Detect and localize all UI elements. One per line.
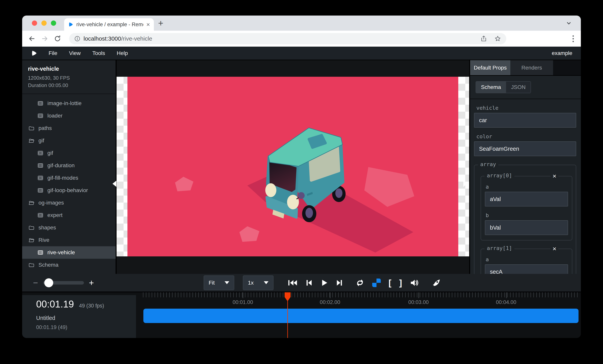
- site-info-icon[interactable]: [74, 35, 81, 42]
- dropdown-arrow-icon: [225, 281, 229, 284]
- chevron-down-icon[interactable]: [565, 20, 572, 27]
- menu-help[interactable]: Help: [117, 50, 128, 56]
- share-icon[interactable]: [480, 35, 487, 42]
- preview-panel: [116, 60, 470, 274]
- vehicle-input[interactable]: car: [474, 113, 576, 128]
- menu-view[interactable]: View: [69, 50, 81, 56]
- loop-icon[interactable]: [356, 278, 364, 287]
- toggle-schema-button[interactable]: Schema: [476, 81, 506, 93]
- remove-array-item-button[interactable]: ×: [551, 245, 558, 253]
- toggle-json-button[interactable]: JSON: [506, 81, 531, 93]
- array-0-a-input[interactable]: aVal: [485, 192, 568, 206]
- sidebar-collapse-handle[interactable]: [113, 181, 116, 187]
- sidebar-item-gif-loop-behavior[interactable]: gif-loop-behavior: [22, 184, 116, 197]
- composition-duration: Duration 00:05.00: [28, 82, 110, 89]
- in-point-icon[interactable]: [: [389, 279, 392, 287]
- van-illustration: [248, 124, 367, 232]
- compositions-sidebar: rive-vehicle 1200x630, 30 FPS Duration 0…: [22, 60, 116, 274]
- menu-file[interactable]: File: [48, 50, 57, 56]
- array-item-0: array[0] × a aVal b bVal: [481, 176, 572, 240]
- sidebar-item-gif-duration[interactable]: gif-duration: [22, 159, 116, 172]
- browser-tab[interactable]: rive-vehicle / example - Remoti ×: [64, 18, 154, 31]
- array-0-legend: array[0]: [485, 172, 514, 179]
- timeline-ruler[interactable]: [143, 292, 579, 297]
- browser-menu-icon[interactable]: [572, 35, 574, 42]
- array-legend: array: [478, 161, 498, 167]
- out-point-icon[interactable]: ]: [399, 279, 402, 287]
- timeline-track-area[interactable]: 00:01.00 00:02.00 00:03.00 00:04.00: [143, 292, 579, 338]
- jump-to-start-icon[interactable]: [288, 279, 298, 286]
- traffic-lights: [32, 21, 56, 26]
- browser-tab-strip: rive-vehicle / example - Remoti × +: [22, 16, 581, 31]
- props-panel-tabs: Default Props Renders: [470, 60, 581, 76]
- next-frame-icon[interactable]: [336, 279, 343, 286]
- sidebar-item-shapes[interactable]: shapes: [22, 221, 116, 234]
- volume-icon[interactable]: [410, 278, 419, 287]
- zoom-slider[interactable]: [43, 281, 84, 284]
- browser-window: rive-vehicle / example - Remoti × + loca…: [22, 16, 581, 338]
- transparency-toggle-icon[interactable]: [372, 279, 381, 287]
- minimize-window-button[interactable]: [41, 21, 47, 26]
- remotion-favicon: [68, 22, 73, 27]
- array-1-legend: array[1]: [485, 245, 514, 251]
- playhead[interactable]: [287, 292, 288, 338]
- vehicle-artwork: [128, 77, 458, 256]
- film-icon: [37, 162, 44, 169]
- sidebar-item-gif[interactable]: gif: [22, 147, 116, 159]
- sidebar-item-gif-folder[interactable]: gif: [22, 134, 116, 147]
- sidebar-item-loader[interactable]: loader: [22, 110, 116, 122]
- tab-default-props[interactable]: Default Props: [470, 60, 510, 75]
- remove-array-item-button[interactable]: ×: [551, 172, 558, 180]
- playback-speed-dropdown[interactable]: 1x: [243, 275, 274, 290]
- film-icon: [37, 150, 44, 156]
- back-icon[interactable]: [28, 35, 36, 43]
- array-item-1: array[1] × a secA b: [481, 249, 572, 274]
- zoom-slider-thumb[interactable]: [44, 278, 53, 287]
- sidebar-item-rive-vehicle[interactable]: rive-vehicle: [22, 246, 116, 259]
- close-window-button[interactable]: [32, 21, 37, 26]
- maximize-window-button[interactable]: [51, 21, 56, 26]
- playback-controls-bar: − + Fit 1x: [22, 274, 581, 292]
- current-frame-display: 49 (30 fps): [79, 303, 104, 309]
- track-duration: 00:01.19 (49): [36, 324, 136, 330]
- timeline-track-bar[interactable]: [143, 309, 579, 323]
- zoom-out-button[interactable]: −: [33, 279, 38, 287]
- forward-icon[interactable]: [41, 35, 48, 43]
- timeline-info-panel: 00:01.19 49 (30 fps) Untitled 00:01.19 (…: [22, 295, 136, 338]
- new-tab-button[interactable]: +: [158, 19, 163, 28]
- reload-icon[interactable]: [54, 35, 61, 43]
- folder-icon: [28, 125, 35, 131]
- color-input[interactable]: SeaFoamGreen: [474, 141, 576, 156]
- film-icon: [37, 250, 44, 256]
- sidebar-item-paths[interactable]: paths: [22, 122, 116, 134]
- composition-resolution: 1200x630, 30 FPS: [28, 74, 110, 82]
- current-time-display: 00:01.19: [36, 298, 74, 310]
- array-0-b-input[interactable]: bVal: [485, 220, 568, 235]
- sidebar-item-rive-folder[interactable]: Rive: [22, 234, 116, 246]
- color-field-label: color: [476, 133, 576, 139]
- dropdown-arrow-icon: [264, 281, 268, 284]
- bookmark-star-icon[interactable]: [494, 35, 501, 42]
- fit-dropdown[interactable]: Fit: [204, 275, 234, 290]
- sidebar-item-image-in-lottie[interactable]: image-in-lottie: [22, 97, 116, 110]
- play-icon[interactable]: [321, 279, 328, 286]
- tab-close-icon[interactable]: ×: [146, 21, 150, 28]
- menu-tools[interactable]: Tools: [92, 50, 105, 56]
- tab-renders[interactable]: Renders: [510, 60, 553, 75]
- sidebar-item-og-images[interactable]: og-images: [22, 197, 116, 209]
- sidebar-item-schema[interactable]: Schema: [22, 259, 116, 271]
- previous-frame-icon[interactable]: [305, 279, 313, 286]
- remotion-logo-icon[interactable]: [31, 50, 37, 57]
- timeline-panel: 00:01.19 49 (30 fps) Untitled 00:01.19 (…: [22, 292, 581, 338]
- sidebar-item-gif-fill-modes[interactable]: gif-fill-modes: [22, 172, 116, 184]
- array-1-a-input[interactable]: secA: [485, 264, 568, 274]
- sidebar-item-expert[interactable]: expert: [22, 209, 116, 221]
- right-panel-collapse-handle[interactable]: [463, 181, 467, 187]
- playhead-marker-icon[interactable]: [285, 292, 291, 301]
- rocket-icon[interactable]: [432, 278, 441, 287]
- zoom-in-button[interactable]: +: [89, 279, 94, 287]
- url-bar[interactable]: localhost:3000/rive-vehicle: [69, 33, 506, 44]
- composition-list: image-in-lottie loader paths gif gif gif…: [22, 94, 116, 271]
- film-icon: [37, 187, 44, 193]
- b-field-label: b: [486, 212, 568, 218]
